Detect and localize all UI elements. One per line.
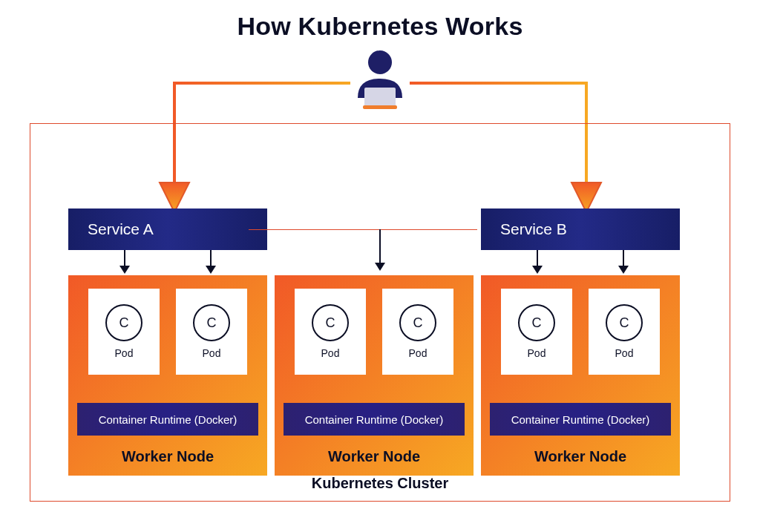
pods-row: C Pod C Pod	[68, 289, 267, 375]
service-a-label: Service A	[88, 220, 154, 238]
pod: C Pod	[382, 289, 453, 375]
user-icon	[347, 46, 413, 113]
svg-point-0	[368, 50, 392, 74]
arrow-service-b-to-pod-1	[537, 250, 538, 272]
container-runtime-bar: Container Runtime (Docker)	[284, 403, 465, 436]
pods-row: C Pod C Pod	[481, 289, 680, 375]
worker-node-2: C Pod C Pod Container Runtime (Docker) W…	[275, 275, 474, 476]
container-icon: C	[105, 304, 142, 341]
pod: C Pod	[88, 289, 160, 375]
container-icon: C	[399, 304, 436, 341]
container-icon: C	[606, 304, 643, 341]
pod-label: Pod	[115, 347, 134, 359]
pod: C Pod	[295, 289, 366, 375]
service-b-label: Service B	[500, 220, 567, 238]
container-runtime-bar: Container Runtime (Docker)	[490, 403, 671, 436]
worker-node-label: Worker Node	[68, 448, 267, 465]
pod-label: Pod	[528, 347, 546, 359]
arrow-service-a-to-pod-1	[124, 250, 125, 272]
service-a-header: Service A	[68, 208, 267, 250]
pod: C Pod	[589, 289, 660, 375]
pod-label: Pod	[409, 347, 428, 359]
container-runtime-bar: Container Runtime (Docker)	[77, 403, 258, 436]
service-connector-line	[249, 229, 477, 230]
pods-row: C Pod C Pod	[275, 289, 474, 375]
pod-label: Pod	[615, 347, 634, 359]
worker-node-label: Worker Node	[481, 448, 680, 465]
pod-label: Pod	[203, 347, 221, 359]
container-icon: C	[193, 304, 230, 341]
diagram-title: How Kubernetes Works	[0, 12, 760, 41]
cluster-label: Kubernetes Cluster	[30, 475, 730, 492]
pod: C Pod	[176, 289, 247, 375]
worker-node-3: C Pod C Pod Container Runtime (Docker) W…	[481, 275, 680, 476]
worker-node-label: Worker Node	[275, 448, 474, 465]
pod: C Pod	[501, 289, 572, 375]
pod-label: Pod	[321, 347, 340, 359]
svg-rect-2	[363, 105, 397, 109]
arrow-service-b-to-pod-2	[623, 250, 624, 272]
service-b-header: Service B	[481, 208, 680, 250]
worker-node-1: C Pod C Pod Container Runtime (Docker) W…	[68, 275, 267, 476]
container-icon: C	[518, 304, 555, 341]
container-icon: C	[312, 304, 349, 341]
arrow-service-a-to-pod-2	[210, 250, 212, 272]
svg-rect-1	[364, 88, 396, 107]
arrow-connector-to-worker-2	[379, 229, 381, 269]
